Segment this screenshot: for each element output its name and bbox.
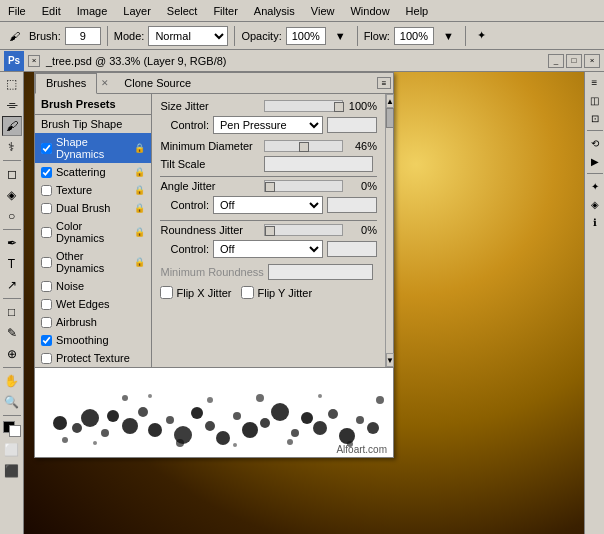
mode-select[interactable]: Normal Multiply Screen <box>148 26 228 46</box>
menu-view[interactable]: View <box>303 3 343 19</box>
min-diameter-slider[interactable] <box>264 140 343 152</box>
foreground-color[interactable] <box>3 421 21 437</box>
opacity-arrow-button[interactable]: ▼ <box>330 27 351 45</box>
rpanel-info-button[interactable]: ℹ <box>587 214 603 230</box>
quick-mask[interactable]: ⬜ <box>2 440 22 460</box>
protect-texture-checkbox[interactable] <box>41 353 52 364</box>
wet-edges-item[interactable]: Wet Edges <box>35 295 151 313</box>
control3-value-input[interactable] <box>327 241 377 257</box>
scrollbar-down-button[interactable]: ▼ <box>386 353 394 367</box>
brush-size-input[interactable] <box>65 27 101 45</box>
roundness-jitter-slider[interactable] <box>264 224 343 236</box>
zoom-tool[interactable]: 🔍 <box>2 392 22 412</box>
size-jitter-thumb[interactable] <box>334 102 344 112</box>
flip-x-checkbox[interactable] <box>160 286 173 299</box>
notes-tool[interactable]: ✎ <box>2 323 22 343</box>
control2-select[interactable]: Off Pen Pressure Fade Pen Tilt <box>213 196 323 214</box>
scattering-item[interactable]: Scattering 🔒 <box>35 163 151 181</box>
dodge-tool[interactable]: ○ <box>2 206 22 226</box>
text-tool[interactable]: T <box>2 254 22 274</box>
scattering-checkbox[interactable] <box>41 167 52 178</box>
rpanel-history-button[interactable]: ⟲ <box>587 135 603 151</box>
rpanel-channels-button[interactable]: ◫ <box>587 92 603 108</box>
menu-file[interactable]: File <box>0 3 34 19</box>
color-dynamics-item[interactable]: Color Dynamics 🔒 <box>35 217 151 247</box>
brush-preview-svg <box>35 368 393 456</box>
shape-tool[interactable]: □ <box>2 302 22 322</box>
angle-jitter-thumb[interactable] <box>265 182 275 192</box>
airbrush-item[interactable]: Airbrush <box>35 313 151 331</box>
window-close-button[interactable]: × <box>28 55 40 67</box>
minimize-button[interactable]: _ <box>548 54 564 68</box>
flow-input[interactable] <box>394 27 434 45</box>
smoothing-item[interactable]: Smoothing <box>35 331 151 349</box>
menu-help[interactable]: Help <box>398 3 437 19</box>
menu-window[interactable]: Window <box>342 3 397 19</box>
noise-item[interactable]: Noise <box>35 277 151 295</box>
path-tool[interactable]: ↗ <box>2 275 22 295</box>
menu-image[interactable]: Image <box>69 3 116 19</box>
menu-filter[interactable]: Filter <box>205 3 245 19</box>
scrollbar-up-button[interactable]: ▲ <box>386 94 394 108</box>
control-value-input[interactable] <box>327 117 377 133</box>
texture-checkbox[interactable] <box>41 185 52 196</box>
hand-tool[interactable]: ✋ <box>2 371 22 391</box>
menu-layer[interactable]: Layer <box>115 3 159 19</box>
selection-tool[interactable]: ⬚ <box>2 74 22 94</box>
flow-arrow-button[interactable]: ▼ <box>438 27 459 45</box>
airbrush-item-checkbox[interactable] <box>41 317 52 328</box>
rpanel-layers-button[interactable]: ≡ <box>587 74 603 90</box>
close-button[interactable]: × <box>584 54 600 68</box>
eyedropper-tool[interactable]: ⊕ <box>2 344 22 364</box>
clone-tool[interactable]: ⚕ <box>2 137 22 157</box>
brushes-tab[interactable]: Brushes <box>35 73 97 94</box>
menu-select[interactable]: Select <box>159 3 206 19</box>
pen-tool[interactable]: ✒ <box>2 233 22 253</box>
lasso-tool[interactable]: ⌯ <box>2 95 22 115</box>
rpanel-paths-button[interactable]: ⊡ <box>587 110 603 126</box>
min-roundness-input[interactable] <box>268 264 373 280</box>
dual-brush-checkbox[interactable] <box>41 203 52 214</box>
opacity-label: Opacity: <box>241 30 281 42</box>
shape-dynamics-checkbox[interactable] <box>41 143 52 154</box>
panel-menu-button[interactable]: ≡ <box>377 77 391 89</box>
angle-jitter-slider[interactable] <box>264 180 343 192</box>
canvas-area[interactable]: Brushes ✕ Clone Source ≡ Brush Presets B… <box>24 72 584 534</box>
other-dynamics-checkbox[interactable] <box>41 257 52 268</box>
noise-checkbox[interactable] <box>41 281 52 292</box>
clone-source-tab[interactable]: Clone Source <box>113 73 202 93</box>
rpanel-tools-button[interactable]: ✦ <box>587 178 603 194</box>
panel-scrollbar[interactable]: ▲ ▼ <box>385 94 393 367</box>
size-jitter-slider[interactable] <box>264 100 343 112</box>
min-diameter-thumb[interactable] <box>299 142 309 152</box>
rpanel-options-button[interactable]: ◈ <box>587 196 603 212</box>
rpanel-actions-button[interactable]: ▶ <box>587 153 603 169</box>
color-dynamics-checkbox[interactable] <box>41 227 52 238</box>
brush-tool[interactable]: 🖌 <box>2 116 22 136</box>
tilt-scale-input[interactable] <box>264 156 373 172</box>
airbrush-button[interactable]: ✦ <box>472 26 491 45</box>
fill-tool[interactable]: ◈ <box>2 185 22 205</box>
control2-value-input[interactable] <box>327 197 377 213</box>
protect-texture-item[interactable]: Protect Texture <box>35 349 151 367</box>
shape-dynamics-item[interactable]: Shape Dynamics 🔒 <box>35 133 151 163</box>
brush-tip-shape-item[interactable]: Brush Tip Shape <box>35 115 151 133</box>
wet-edges-checkbox[interactable] <box>41 299 52 310</box>
brush-tool-button[interactable]: 🖌 <box>4 27 25 45</box>
flip-y-checkbox[interactable] <box>241 286 254 299</box>
menu-analysis[interactable]: Analysis <box>246 3 303 19</box>
dual-brush-item[interactable]: Dual Brush 🔒 <box>35 199 151 217</box>
texture-item[interactable]: Texture 🔒 <box>35 181 151 199</box>
maximize-button[interactable]: □ <box>566 54 582 68</box>
eraser-tool[interactable]: ◻ <box>2 164 22 184</box>
smoothing-checkbox[interactable] <box>41 335 52 346</box>
close-tab-icon[interactable]: ✕ <box>101 78 109 88</box>
roundness-jitter-thumb[interactable] <box>265 226 275 236</box>
opacity-input[interactable] <box>286 27 326 45</box>
control-select[interactable]: Pen Pressure Off Fade Pen Tilt <box>213 116 323 134</box>
other-dynamics-item[interactable]: Other Dynamics 🔒 <box>35 247 151 277</box>
scrollbar-thumb[interactable] <box>386 108 394 128</box>
screen-mode[interactable]: ⬛ <box>2 461 22 481</box>
control3-select[interactable]: Off Pen Pressure Fade <box>213 240 323 258</box>
menu-edit[interactable]: Edit <box>34 3 69 19</box>
